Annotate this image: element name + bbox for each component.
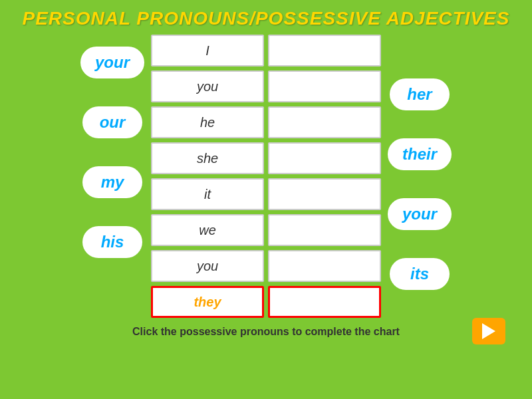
answer-he[interactable] xyxy=(268,106,381,138)
left-label-our[interactable]: our xyxy=(82,106,142,138)
pronoun-we: we xyxy=(151,214,264,246)
right-label-its[interactable]: its xyxy=(390,258,450,290)
answers-column xyxy=(268,35,381,318)
footer-instruction: Click the possessive pronouns to complet… xyxy=(27,326,505,338)
answer-she[interactable] xyxy=(268,142,381,174)
pronoun-he: he xyxy=(151,106,264,138)
right-label-their[interactable]: their xyxy=(388,138,452,170)
answer-i[interactable] xyxy=(268,35,381,66)
page-title: PERSONAL PRONOUNS/POSSESSIVE ADJECTIVES xyxy=(0,0,532,35)
play-button[interactable] xyxy=(472,318,505,344)
answer-they[interactable] xyxy=(268,286,381,318)
left-label-your[interactable]: your xyxy=(80,47,144,78)
answer-it[interactable] xyxy=(268,178,381,210)
answer-you2[interactable] xyxy=(268,250,381,282)
play-icon xyxy=(482,323,495,339)
pronoun-you2: you xyxy=(151,250,264,282)
left-label-his[interactable]: his xyxy=(82,226,142,258)
left-label-my[interactable]: my xyxy=(82,166,142,198)
pronoun-grid: I you he she it we you they xyxy=(151,35,381,318)
answer-we[interactable] xyxy=(268,214,381,246)
pronoun-you: you xyxy=(151,70,264,102)
pronoun-it: it xyxy=(151,178,264,210)
pronoun-i: I xyxy=(151,35,264,66)
pronouns-column: I you he she it we you they xyxy=(151,35,264,318)
pronoun-they[interactable]: they xyxy=(151,286,264,318)
pronoun-she: she xyxy=(151,142,264,174)
answer-you[interactable] xyxy=(268,70,381,102)
right-label-her[interactable]: her xyxy=(390,78,450,110)
left-labels: your our my his xyxy=(80,37,144,258)
right-labels: her their your its xyxy=(388,37,452,290)
right-label-your[interactable]: your xyxy=(388,198,452,230)
